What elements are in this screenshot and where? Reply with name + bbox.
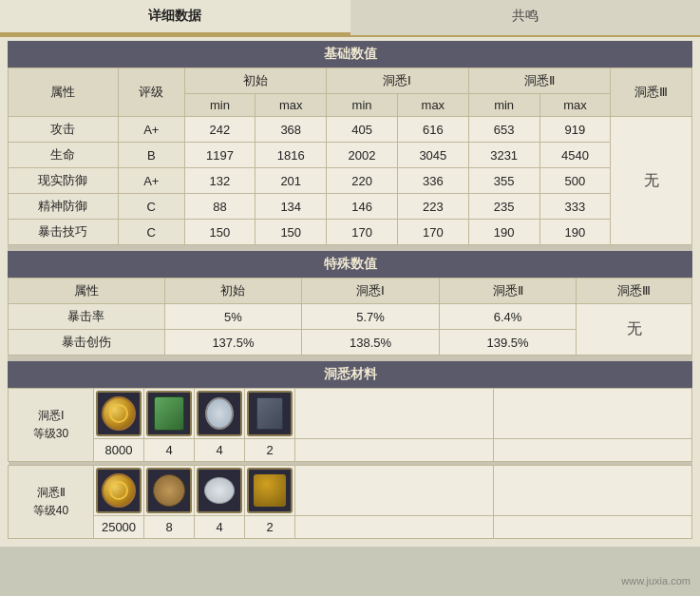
material-amount-1-0: 25000 [94,516,144,539]
watermark: www.juxia.com [621,575,691,586]
material-item-1-3 [245,466,295,516]
tab-resonance[interactable]: 共鸣 [350,0,701,35]
basic-max0-3: 134 [255,194,327,220]
basic-max2-4: 190 [539,220,611,245]
wings-icon [153,474,185,507]
pebble-icon [204,477,235,504]
basic-max1-3: 223 [397,194,468,220]
material-table: 洞悉Ⅰ等级308000442洞悉Ⅱ等级4025000842 [8,388,692,539]
basic-grade-3: C [118,194,184,220]
material-amount-0-1: 4 [144,439,195,462]
item-box-pebble [197,468,242,513]
basic-max2-0: 919 [539,117,611,143]
basic-max1-4: 170 [397,220,468,245]
basic-max2-3: 333 [539,194,611,220]
special-insight2-header: 洞悉Ⅱ [439,279,577,304]
special-insight3-cell: 无 [577,304,692,356]
material-amount-0-0: 8000 [94,439,144,462]
special-attr-0: 暴击率 [9,304,165,330]
basic-min2-0: 653 [468,117,539,143]
empty-cell-1-img-0 [295,466,494,516]
basic-min2-4: 190 [468,220,539,245]
special-initial-header: 初始 [164,279,302,304]
material-section-header: 洞悉材料 [8,361,692,388]
insight1-header: 洞悉Ⅰ [327,68,469,94]
material-amount-1-3: 2 [245,516,295,539]
special-stats-table: 属性 初始 洞悉Ⅰ 洞悉Ⅱ 洞悉Ⅲ 暴击率 5% 5.7% 6.4% 无 暴击创… [8,278,692,356]
empty-amt-1-0 [295,516,494,539]
item-box-scroll [146,391,192,436]
basic-min2-1: 3231 [468,143,539,168]
scroll-icon [154,396,184,431]
basic-min1-1: 2002 [327,143,398,168]
basic-min0-0: 242 [184,117,255,143]
special-section-header: 特殊数值 [8,251,692,278]
basic-grade-0: A+ [118,117,184,143]
basic-grade-4: C [118,220,184,245]
basic-max0-1: 1816 [255,143,327,168]
basic-min2-3: 235 [468,194,539,220]
empty-amt-1-1 [494,516,692,539]
basic-grade-2: A+ [118,168,184,194]
book-icon [256,397,283,430]
item-box-book [247,391,293,436]
material-item-0-3 [245,389,295,439]
basic-attr-4: 暴击技巧 [9,220,119,245]
special-attr-header: 属性 [9,279,165,304]
basic-max1-2: 336 [397,168,468,194]
special-attr-1: 暴击创伤 [9,330,165,356]
material-item-0-1 [144,389,195,439]
empty-cell-0-img-0 [295,389,494,439]
tab-bar: 详细数据 共鸣 [0,0,700,37]
item-box-coin [96,468,142,513]
basic-max2-1: 4540 [539,143,611,168]
item-box-mirror [197,391,242,436]
insight2-header: 洞悉Ⅱ [468,68,611,94]
coin-icon [102,396,136,431]
insight3-header: 洞悉Ⅲ [611,68,692,117]
basic-attr-2: 现实防御 [9,168,119,194]
special-insight3-header: 洞悉Ⅲ [577,279,692,304]
max1-header: max [397,94,468,117]
basic-max0-4: 150 [255,220,327,245]
tab-detail[interactable]: 详细数据 [0,0,350,35]
basic-min0-3: 88 [184,194,255,220]
material-amount-0-3: 2 [245,439,295,462]
basic-max1-0: 616 [397,117,468,143]
attr-header: 属性 [9,68,119,117]
empty-amt-0-1 [494,439,692,462]
material-label-1: 洞悉Ⅱ等级40 [9,466,94,539]
empty-cell-0-img-1 [494,389,692,439]
basic-min0-4: 150 [184,220,255,245]
basic-stats-table: 属性 评级 初始 洞悉Ⅰ 洞悉Ⅱ 洞悉Ⅲ min max min max min… [8,67,692,245]
min1-header: min [327,94,398,117]
special-v1-0: 5.7% [302,304,440,330]
basic-attr-1: 生命 [9,143,119,168]
min0-header: min [184,94,255,117]
item-box-coin [96,391,142,436]
basic-min2-2: 355 [468,168,539,194]
special-v1-1: 138.5% [302,330,440,356]
basic-min0-2: 132 [184,168,255,194]
item-box-wings [146,468,192,513]
basic-min0-1: 1197 [184,143,255,168]
basic-attr-3: 精神防御 [9,194,119,220]
material-item-0-2 [195,389,245,439]
special-v2-0: 6.4% [439,304,577,330]
material-item-1-2 [195,466,245,516]
basic-max2-2: 500 [539,168,611,194]
basic-min1-2: 220 [327,168,398,194]
basic-attr-0: 攻击 [9,117,119,143]
min2-header: min [468,94,539,117]
grade-header: 评级 [118,68,184,117]
material-item-1-1 [144,466,195,516]
basic-section-header: 基础数值 [8,41,692,67]
special-v0-0: 5% [164,304,302,330]
empty-cell-1-img-1 [494,466,692,516]
material-item-1-0 [94,466,144,516]
initial-header: 初始 [184,68,327,94]
basic-max1-1: 3045 [397,143,468,168]
material-amount-0-2: 4 [195,439,245,462]
coin-icon [102,473,136,508]
basic-min1-4: 170 [327,220,398,245]
